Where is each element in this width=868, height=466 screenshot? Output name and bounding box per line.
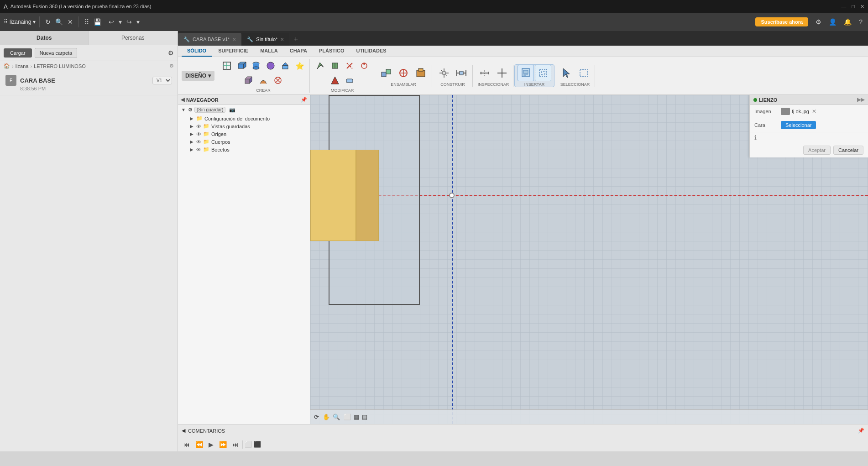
lienzo-expand-icon[interactable]: ▶▶ (857, 97, 864, 103)
ribbon-tab-solido[interactable]: SÓLIDO (182, 46, 212, 57)
nav-pin-icon[interactable]: 📌 (301, 97, 307, 103)
fit-icon[interactable]: ⬜ (344, 414, 351, 420)
user-dropdown-icon[interactable]: ▾ (33, 19, 36, 25)
load-button[interactable]: Cargar (4, 48, 32, 58)
comments-pin-icon[interactable]: 📌 (858, 428, 864, 434)
orbit-icon[interactable]: ⟳ (314, 414, 319, 420)
ribbon-tab-plastico[interactable]: PLÁSTICO (314, 46, 350, 57)
tab-close-cara[interactable]: ✕ (232, 37, 236, 42)
ribbon-tab-malla[interactable]: MALLA (255, 46, 283, 57)
grid-toggle-icon[interactable]: ▤ (362, 414, 367, 420)
nav-expand-vistas[interactable]: ▶ (189, 124, 194, 129)
insertar-icon-2[interactable] (535, 65, 551, 81)
mod-icon-5[interactable] (328, 73, 342, 87)
timeline-frame-icon[interactable]: ⬜ (245, 441, 252, 448)
redo-icon[interactable]: ↪ (125, 16, 134, 27)
nav-item-doc[interactable]: ▼ ⚙ (Sin guardar) 📷 (178, 105, 310, 115)
mod-icon-2[interactable] (328, 59, 342, 73)
panel-settings-icon[interactable]: ⚙ (168, 49, 174, 57)
tab-datos[interactable]: Datos (0, 31, 89, 45)
navigator-back-icon[interactable]: ◀ (181, 97, 184, 103)
viewport[interactable]: Z FRONTAL LIENZO ▶▶ Imagen (310, 95, 868, 424)
crear-cylinder-icon[interactable] (249, 59, 263, 73)
step-back-icon[interactable]: ⏪ (193, 440, 205, 449)
nav-item-origen[interactable]: ▶ 👁 📁 Origen (185, 130, 310, 138)
grid-view-icon[interactable]: ⠿ (83, 16, 91, 27)
mod-icon-3[interactable] (343, 59, 356, 73)
nav-expand-bocetos[interactable]: ▶ (189, 147, 194, 152)
ribbon-tab-utilidades[interactable]: UTILIDADES (351, 46, 392, 57)
search-icon[interactable]: 🔍 (53, 16, 65, 27)
design-dropdown[interactable]: DISEÑO ▾ (182, 71, 214, 81)
crear-more-1[interactable] (242, 73, 256, 87)
tab-close-sin-titulo[interactable]: ✕ (280, 37, 284, 42)
breadcrumb-home-icon[interactable]: 🏠 (4, 63, 10, 69)
select-icon-1[interactable] (558, 65, 575, 81)
crear-sphere-icon[interactable] (264, 59, 277, 73)
lienzo-select-button[interactable]: Seleccionar (781, 121, 816, 129)
nav-item-vistas[interactable]: ▶ 👁 📁 Vistas guardadas (185, 122, 310, 130)
ribbon-tab-chapa[interactable]: CHAPA (284, 46, 313, 57)
lienzo-aceptar-button[interactable]: Aceptar (803, 146, 831, 155)
new-folder-button[interactable]: Nueva carpeta (35, 48, 78, 58)
close-search-icon[interactable]: ✕ (66, 16, 75, 27)
tab-add-button[interactable]: + (289, 33, 302, 46)
nav-expand-cuerpos[interactable]: ▶ (189, 139, 194, 145)
help-icon[interactable]: ? (857, 16, 864, 27)
display-icon[interactable]: ▦ (354, 414, 359, 420)
select-icon-2[interactable] (575, 65, 592, 81)
tab-sin-titulo[interactable]: 🔧 Sin título* ✕ (241, 33, 289, 46)
tab-cara-base[interactable]: 🔧 CARA BASE v1* ✕ (178, 33, 241, 46)
construir-icon-2[interactable] (453, 65, 470, 81)
user-area[interactable]: ⠿ lizanaing ▾ (4, 19, 36, 25)
ensamblar-icon-3[interactable] (413, 65, 429, 81)
file-item[interactable]: F CARA BASE V1 8:38:56 PM (0, 71, 178, 95)
nav-expand-doc[interactable]: ▼ (181, 107, 186, 113)
mod-icon-1[interactable] (314, 59, 327, 73)
nav-item-cuerpos[interactable]: ▶ 👁 📁 Cuerpos (185, 138, 310, 146)
breadcrumb-user[interactable]: lizana (16, 63, 29, 69)
skip-start-icon[interactable]: ⏮ (182, 440, 192, 449)
construir-icon-1[interactable] (436, 65, 452, 81)
undo-icon[interactable]: ↩ (107, 16, 116, 27)
nav-item-bocetos[interactable]: ▶ 👁 📁 Bocetos (185, 146, 310, 153)
crear-more-2[interactable] (256, 73, 270, 87)
comments-back-icon[interactable]: ◀ (182, 428, 185, 434)
redo-dropdown-icon[interactable]: ▾ (135, 16, 141, 27)
save-icon[interactable]: 💾 (92, 16, 103, 27)
step-forward-icon[interactable]: ⏩ (217, 440, 229, 449)
ribbon-tab-superficie[interactable]: SUPERFICIE (213, 46, 254, 57)
ensamblar-icon-1[interactable] (378, 65, 394, 81)
breadcrumb-settings-icon[interactable]: ⚙ (169, 63, 174, 69)
mod-icon-6[interactable] (343, 73, 356, 87)
crear-star-icon[interactable]: ⭐ (293, 59, 307, 73)
maximize-button[interactable]: □ (852, 4, 855, 10)
ensamblar-icon-2[interactable] (395, 65, 412, 81)
crear-extrude-icon[interactable] (278, 59, 292, 73)
crear-box-icon[interactable] (235, 59, 248, 73)
breadcrumb-folder[interactable]: LETRERO LUMINOSO (34, 63, 86, 69)
lienzo-file-remove[interactable]: ✕ (812, 108, 816, 115)
zoom-icon[interactable]: 🔍 (333, 414, 340, 420)
refresh-icon[interactable]: ↻ (43, 16, 52, 27)
close-button[interactable]: ✕ (860, 4, 864, 10)
settings-icon[interactable]: ⚙ (814, 16, 823, 27)
minimize-button[interactable]: — (841, 4, 846, 10)
pan-icon[interactable]: ✋ (323, 414, 330, 420)
play-icon[interactable]: ▶ (207, 440, 215, 449)
nav-item-config[interactable]: ▶ 📁 Configuración del documento (185, 115, 310, 122)
notifications-icon[interactable]: 🔔 (842, 16, 853, 27)
nav-expand-config[interactable]: ▶ (189, 116, 194, 121)
insp-icon-1[interactable] (476, 65, 493, 81)
tab-personas[interactable]: Personas (89, 31, 178, 45)
nav-expand-origen[interactable]: ▶ (189, 131, 194, 137)
undo-dropdown-icon[interactable]: ▾ (117, 16, 124, 27)
lienzo-cancelar-button[interactable]: Cancelar (833, 146, 863, 155)
insp-icon-2[interactable] (494, 65, 510, 81)
crear-icon-1[interactable] (220, 59, 234, 73)
timeline-color-icon[interactable]: ⬛ (254, 441, 261, 448)
version-select[interactable]: V1 (152, 77, 172, 84)
account-icon[interactable]: 👤 (827, 16, 838, 27)
crear-more-3[interactable] (271, 73, 285, 87)
subscribe-button[interactable]: Suscríbase ahora (755, 17, 808, 26)
